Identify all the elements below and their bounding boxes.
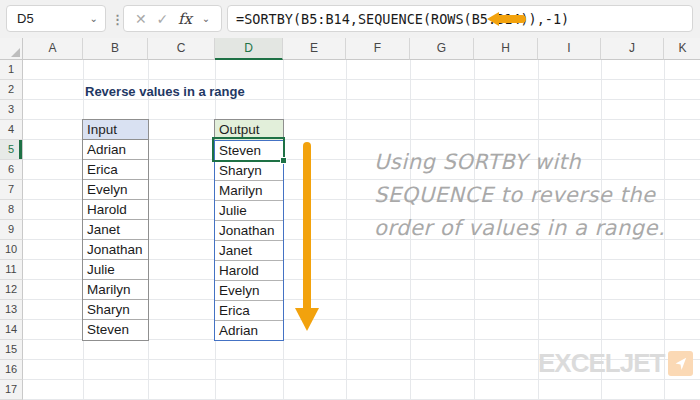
insert-function-icon[interactable]: fx <box>178 10 192 28</box>
reverse-direction-arrow-icon <box>295 142 319 332</box>
cell-d9[interactable]: Jonathan <box>215 221 283 241</box>
row-header-7[interactable]: 7 <box>0 180 23 200</box>
row-header-3[interactable]: 3 <box>0 100 23 120</box>
excel-screenshot: D5 ⌄ ⋮ ✕ ✓ fx ⌄ =SORTBY(B5:B14,SEQUENCE(… <box>0 0 700 400</box>
cell-b10[interactable]: Jonathan <box>83 240 148 260</box>
row-header-5-selected[interactable]: 5 <box>0 140 23 160</box>
row-header-10[interactable]: 10 <box>0 240 23 260</box>
chevron-down-icon[interactable]: ⌄ <box>202 14 210 24</box>
exceljet-wordmark: EXCELJET <box>538 348 664 379</box>
row-header-12[interactable]: 12 <box>0 280 23 300</box>
column-header-h[interactable]: H <box>474 38 538 60</box>
cell-d8[interactable]: Julie <box>215 201 283 221</box>
annotation-caption: Using SORTBY with SEQUENCE to reverse th… <box>374 146 684 245</box>
caption-line: SEQUENCE to reverse the <box>374 179 684 212</box>
cell-b11[interactable]: Julie <box>83 260 148 280</box>
input-range: Input Adrian Erica Evelyn Harold Janet J… <box>82 119 149 341</box>
column-headers: A B C D E F G H I J K <box>0 38 700 60</box>
exceljet-logo: EXCELJET <box>538 348 693 379</box>
column-header-g[interactable]: G <box>410 38 474 60</box>
chevron-down-icon[interactable]: ⌄ <box>90 14 98 24</box>
cell-b14[interactable]: Steven <box>83 320 148 340</box>
cell-b13[interactable]: Sharyn <box>83 300 148 320</box>
cell-b8[interactable]: Harold <box>83 200 148 220</box>
column-header-k[interactable]: K <box>664 38 700 60</box>
confirm-icon[interactable]: ✓ <box>156 11 168 27</box>
row-header-8[interactable]: 8 <box>0 200 23 220</box>
select-all-triangle-icon <box>11 48 20 57</box>
output-header-cell[interactable]: Output <box>214 119 284 141</box>
formula-actions: ✕ ✓ fx ⌄ <box>123 5 222 32</box>
row-header-2[interactable]: 2 <box>0 80 23 100</box>
row-header-17[interactable]: 17 <box>0 380 23 400</box>
column-header-b[interactable]: B <box>83 38 148 60</box>
exceljet-arrow-icon <box>668 351 693 376</box>
column-header-i[interactable]: I <box>538 38 601 60</box>
row-header-1[interactable]: 1 <box>0 60 23 80</box>
cell-b7[interactable]: Evelyn <box>83 180 148 200</box>
row-header-6[interactable]: 6 <box>0 160 23 180</box>
cancel-icon[interactable]: ✕ <box>135 11 147 27</box>
active-cell-reference: D5 <box>17 11 34 26</box>
output-spill-range: Steven Sharyn Marilyn Julie Jonathan Jan… <box>214 140 284 341</box>
caption-line: Using SORTBY with <box>374 146 684 179</box>
row-header-9[interactable]: 9 <box>0 220 23 240</box>
row-header-13[interactable]: 13 <box>0 300 23 320</box>
input-header-cell[interactable]: Input <box>83 120 148 140</box>
row-header-4[interactable]: 4 <box>0 120 23 140</box>
worksheet-title: Reverse values in a range <box>85 84 245 99</box>
formula-bar[interactable]: =SORTBY(B5:B14,SEQUENCE(ROWS(B5:B14)),-1… <box>227 5 693 32</box>
column-header-f[interactable]: F <box>346 38 410 60</box>
cell-d7[interactable]: Marilyn <box>215 181 283 201</box>
cell-d12[interactable]: Evelyn <box>215 281 283 301</box>
cell-b6[interactable]: Erica <box>83 160 148 180</box>
formula-toolbar: D5 ⌄ ⋮ ✕ ✓ fx ⌄ =SORTBY(B5:B14,SEQUENCE(… <box>0 0 700 38</box>
row-header-14[interactable]: 14 <box>0 320 23 340</box>
cell-d11[interactable]: Harold <box>215 261 283 281</box>
row-header-16[interactable]: 16 <box>0 360 23 380</box>
cell-d10[interactable]: Janet <box>215 241 283 261</box>
cell-d6[interactable]: Sharyn <box>215 161 283 181</box>
cell-d13[interactable]: Erica <box>215 301 283 321</box>
formula-pointer-arrow-icon <box>487 12 527 26</box>
row-header-15[interactable]: 15 <box>0 340 23 360</box>
name-box[interactable]: D5 ⌄ <box>6 5 106 32</box>
column-header-d-selected[interactable]: D <box>215 38 283 60</box>
row-headers: 1 2 3 4 5 6 7 8 9 10 11 12 13 14 15 16 1… <box>0 60 23 400</box>
select-all-corner[interactable] <box>0 38 23 60</box>
column-header-j[interactable]: J <box>601 38 664 60</box>
cell-b9[interactable]: Janet <box>83 220 148 240</box>
cell-b12[interactable]: Marilyn <box>83 280 148 300</box>
cell-d5[interactable]: Steven <box>215 141 283 161</box>
column-header-c[interactable]: C <box>148 38 215 60</box>
row-header-11[interactable]: 11 <box>0 260 23 280</box>
cell-d14[interactable]: Adrian <box>215 321 283 341</box>
column-header-a[interactable]: A <box>23 38 83 60</box>
column-header-e[interactable]: E <box>283 38 346 60</box>
caption-line: order of values in a range. <box>374 212 684 245</box>
cell-b5[interactable]: Adrian <box>83 140 148 160</box>
